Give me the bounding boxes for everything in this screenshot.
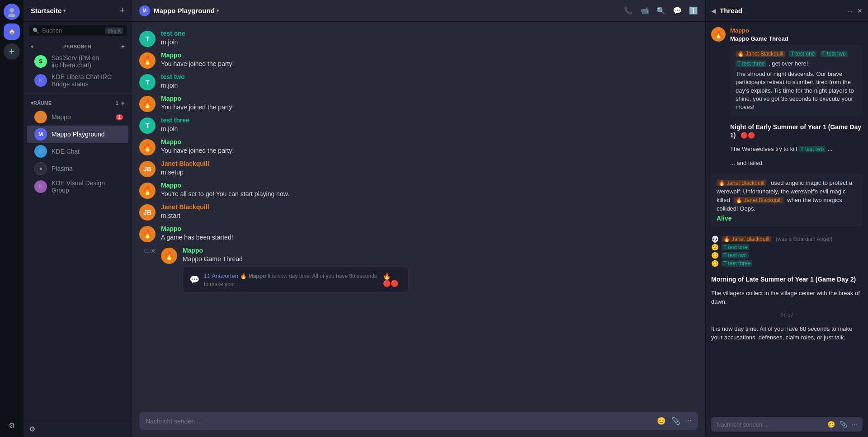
table-row: T test one m.join <box>139 29 698 48</box>
add-person-button[interactable]: + <box>121 43 125 50</box>
sidebar-header: Startseite ▾ + <box>24 0 132 22</box>
thread-input-icons: 😊 📎 ··· <box>827 421 857 428</box>
thread-reply-emojis: 🔥🔴🔴 <box>383 273 402 287</box>
avatar: JB <box>139 161 156 177</box>
thread-input-placeholder[interactable]: Nachricht senden ... <box>717 421 824 428</box>
sidebar-item-saslserv[interactable]: S SaslServ (PM on irc.libera.chat) <box>27 52 128 71</box>
msg-content: Janet Blackquill m.setup <box>161 160 698 177</box>
avatar: 🔥 <box>139 96 156 112</box>
thread-more-options-button[interactable]: ··· <box>852 421 857 428</box>
settings-button[interactable]: ⚙ <box>4 417 20 433</box>
sidebar-item-kde-libera[interactable]: K KDE Libera.Chat IRC Bridge status <box>27 71 128 90</box>
sidebar-item-mappo-playground[interactable]: M Mappo Playground <box>27 126 128 143</box>
persons-section-header[interactable]: ▾ Personen + <box>24 41 132 52</box>
svg-point-1 <box>8 14 15 17</box>
mention-test-two-inline: T test two <box>798 146 826 152</box>
thread-night-msg: The shroud of night descends. Our brave … <box>736 70 857 111</box>
plasma-avatar: ● <box>34 162 47 175</box>
more-options-button[interactable]: ··· <box>686 417 692 425</box>
msg-username: Mappo <box>161 138 181 146</box>
player-row-janet: 💀 🔥 Janet Blackquill (was a Guardian Ang… <box>711 235 863 243</box>
thread-back-button[interactable]: ◀ <box>711 7 716 14</box>
avatar: T <box>139 31 156 47</box>
main-chat-area: M Mappo Playground ▾ 📞 📹 🔍 💬 ℹ️ T test o… <box>132 0 705 437</box>
search-icon: 🔍 <box>33 28 39 34</box>
thread-emoji-button[interactable]: 😊 <box>827 421 835 428</box>
add-server-button[interactable]: + <box>4 43 20 60</box>
emoji-button[interactable]: 😊 <box>657 417 666 425</box>
rooms-label: Räume <box>33 100 52 106</box>
attach-button[interactable]: 📎 <box>671 417 680 425</box>
phone-icon[interactable]: 📞 <box>624 6 633 15</box>
smile-icon-2: 🙂 <box>711 252 719 259</box>
settings-gear-button[interactable]: ⚙ <box>29 425 35 433</box>
msg-content: Mappo You're all set to go! You can star… <box>161 182 698 199</box>
msg-username: Mappo <box>161 95 181 102</box>
thread-block: 🔥 Janet Blackquill T test one T test two… <box>730 45 863 116</box>
msg-text: A game has been started! <box>161 233 698 242</box>
mappo-name: Mappo <box>52 113 111 121</box>
thread-msg-title: Mappo Game Thread <box>730 35 863 43</box>
chat-input-placeholder[interactable]: Nachricht senden ... <box>146 418 653 425</box>
table-row: 01:06 🔥 Mappo Mappo Game Thread 💬 11 Ant… <box>139 246 698 294</box>
msg-text: m.setup <box>161 168 698 177</box>
msg-text: m.join <box>161 38 698 47</box>
sidebar-item-kde-chat[interactable]: K KDE Chat <box>27 143 128 160</box>
kde-chat-name: KDE Chat <box>52 148 123 155</box>
search-placeholder: Suchen <box>42 27 103 34</box>
icon-bar: 🏠 + ⚙ <box>0 0 24 437</box>
avatar: 🔥 <box>139 226 156 242</box>
sidebar-item-kde-visual[interactable]: K KDE Visual Design Group <box>27 177 128 196</box>
player-test-one-tag: T test one <box>722 244 749 250</box>
video-icon[interactable]: 📹 <box>640 6 649 15</box>
player-test-two-tag: T test two <box>722 252 749 258</box>
kde-visual-name: KDE Visual Design Group <box>52 179 123 194</box>
msg-username: Mappo <box>161 182 181 189</box>
village-text: The villagers collect in the village cen… <box>711 290 860 305</box>
thread-more-button[interactable]: ··· <box>847 7 853 14</box>
chat-bubble-icon[interactable]: 💬 <box>673 6 682 15</box>
kde-libera-name: KDE Libera.Chat IRC Bridge status <box>52 73 123 88</box>
msg-text: You have joined the party! <box>161 60 698 69</box>
plasma-name: Plasma <box>52 165 123 172</box>
table-row: JB Janet Blackquill m.start <box>139 202 698 221</box>
home-server-icon[interactable]: 🏠 <box>4 23 20 40</box>
sidebar-item-plasma[interactable]: ● Plasma <box>27 160 128 177</box>
failed-text: ... and failed. <box>730 160 764 166</box>
chat-room-name: Mappo Playground <box>154 7 215 14</box>
msg-content: test three m.join <box>161 117 698 134</box>
add-channel-button[interactable]: + <box>120 6 125 15</box>
saslserv-name: SaslServ (PM on irc.libera.chat) <box>52 54 123 69</box>
thread-preview[interactable]: 💬 11 Antworten 🔥 Mappo It is now day tim… <box>183 267 409 293</box>
user-avatar[interactable] <box>4 4 20 20</box>
msg-username: Mappo <box>161 225 181 232</box>
msg-text: Mappo Game Thread <box>183 255 698 264</box>
rooms-section-header[interactable]: ▾ Räume 1 + <box>24 98 132 108</box>
werewolf-text: The Werewolves try to kill <box>730 146 798 152</box>
info-icon[interactable]: ℹ️ <box>689 6 698 15</box>
thread-failed-msg: ... and failed. <box>711 158 863 170</box>
room-chevron-icon: ▾ <box>217 8 219 13</box>
avatar: 🔥 <box>139 52 156 69</box>
msg-username: test three <box>161 117 189 124</box>
thread-header-icons: ··· ✕ <box>847 7 863 14</box>
startseite-title[interactable]: Startseite ▾ <box>31 7 66 14</box>
msg-content: test two m.join <box>161 73 698 90</box>
search-header-icon[interactable]: 🔍 <box>656 6 665 15</box>
search-bar[interactable]: 🔍 Suchen Strg K <box>29 25 127 36</box>
thread-close-button[interactable]: ✕ <box>857 7 863 14</box>
table-row: 🔥 Mappo A game has been started! <box>139 224 698 243</box>
sidebar-item-mappo[interactable]: M Mappo 1 <box>27 108 128 126</box>
msg-content: Mappo A game has been started! <box>161 225 698 242</box>
thread-title: Thread <box>720 7 844 14</box>
msg-username: Janet Blackquill <box>161 160 209 167</box>
thread-panel: ◀ Thread ··· ✕ 🔥 Mappo Mappo Game Thread… <box>705 0 868 437</box>
thread-input-box: Nachricht senden ... 😊 📎 ··· <box>711 417 863 432</box>
kde-visual-avatar: K <box>34 180 47 193</box>
svg-point-0 <box>9 8 14 13</box>
smile-icon-3: 🙂 <box>711 260 719 267</box>
add-room-button[interactable]: + <box>121 99 125 107</box>
thread-messages: 🔥 Mappo Mappo Game Thread 🔥 Janet Blackq… <box>706 22 868 414</box>
msg-username: test one <box>161 30 185 37</box>
thread-attach-button[interactable]: 📎 <box>840 421 847 428</box>
